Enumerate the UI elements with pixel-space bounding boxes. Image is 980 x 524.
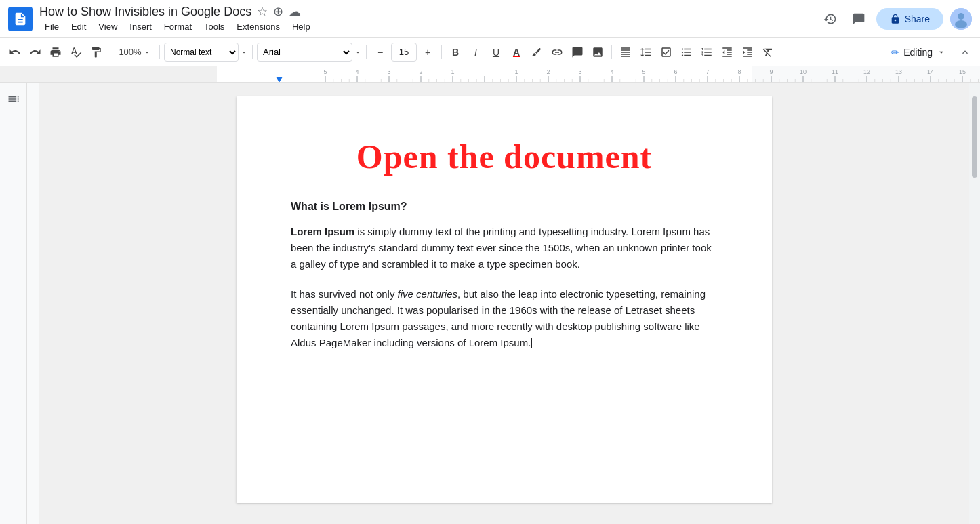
highlight-button[interactable]: [527, 42, 546, 62]
document-heading: Open the document: [291, 137, 718, 176]
history-button[interactable]: [819, 8, 841, 30]
editing-mode-button[interactable]: ✏ Editing: [883, 44, 954, 60]
svg-text:12: 12: [863, 68, 870, 75]
font-family-select[interactable]: Arial Times New Roman Georgia Verdana: [257, 43, 352, 62]
comment-button[interactable]: [568, 42, 587, 62]
paragraph-1: Lorem Ipsum is simply dummy text of the …: [291, 224, 718, 273]
app-logo: [8, 7, 33, 31]
paragraph-style-chevron: [240, 48, 248, 56]
menu-edit[interactable]: Edit: [66, 20, 91, 33]
undo-button[interactable]: [5, 42, 24, 62]
main-area: Open the document What is Lorem Ipsum? L…: [0, 83, 980, 524]
svg-text:4: 4: [355, 68, 359, 75]
svg-text:1: 1: [514, 68, 518, 75]
user-avatar[interactable]: [950, 8, 972, 30]
paint-format-button[interactable]: [87, 42, 106, 62]
document-container[interactable]: Open the document What is Lorem Ipsum? L…: [39, 83, 969, 524]
collapse-toolbar-button[interactable]: [956, 43, 975, 62]
svg-text:2: 2: [546, 68, 550, 75]
ruler-svg: 54321123456789101112131415: [0, 66, 980, 83]
svg-text:4: 4: [610, 68, 613, 75]
vertical-ruler-svg: [27, 83, 39, 524]
svg-text:14: 14: [927, 68, 934, 75]
svg-text:1: 1: [451, 68, 454, 75]
indent-increase-button[interactable]: [738, 42, 757, 62]
svg-text:15: 15: [959, 68, 966, 75]
outline-toggle[interactable]: [4, 89, 23, 108]
italic-button[interactable]: I: [466, 42, 485, 62]
print-button[interactable]: [46, 42, 65, 62]
ordered-list-button[interactable]: [697, 42, 716, 62]
document-title-area: How to Show Invisibles in Google Docs ☆ …: [39, 4, 819, 33]
document-title: How to Show Invisibles in Google Docs ☆ …: [39, 4, 819, 19]
separator: [366, 45, 367, 59]
svg-text:9: 9: [769, 68, 773, 75]
svg-text:8: 8: [737, 68, 741, 75]
svg-text:3: 3: [578, 68, 581, 75]
section-heading: What is Lorem Ipsum?: [291, 201, 718, 213]
svg-point-1: [958, 13, 964, 20]
share-button[interactable]: Share: [876, 8, 943, 30]
menu-insert[interactable]: Insert: [124, 20, 157, 33]
right-scrollbar[interactable]: [969, 83, 980, 524]
align-button[interactable]: [616, 42, 635, 62]
comments-button[interactable]: [848, 8, 870, 30]
star-icon[interactable]: ☆: [257, 4, 268, 19]
svg-rect-4: [0, 66, 217, 83]
menu-file[interactable]: File: [39, 20, 64, 33]
zoom-select[interactable]: 100%: [115, 42, 155, 62]
menu-tools[interactable]: Tools: [199, 20, 230, 33]
italic-text: five centuries: [398, 288, 457, 300]
bold-button[interactable]: B: [446, 42, 465, 62]
pencil-icon: ✏: [891, 47, 899, 58]
indent-decrease-button[interactable]: [718, 42, 737, 62]
menu-help[interactable]: Help: [287, 20, 316, 33]
scrollbar-thumb[interactable]: [972, 96, 977, 178]
menu-format[interactable]: Format: [159, 20, 197, 33]
document-title-text: Open the document: [291, 137, 718, 176]
separator: [159, 45, 160, 59]
underline-button[interactable]: U: [487, 42, 506, 62]
vertical-ruler: [27, 83, 39, 524]
cloud-icon: ☁: [289, 4, 301, 19]
svg-text:7: 7: [706, 68, 709, 75]
paragraph-2: It has survived not only five centuries,…: [291, 286, 718, 351]
share-label: Share: [905, 14, 930, 24]
clear-format-button[interactable]: [758, 42, 777, 62]
svg-text:5: 5: [323, 68, 327, 75]
editing-chevron-icon: [937, 47, 946, 57]
svg-text:11: 11: [832, 68, 838, 75]
toolbar: 100% Normal text Heading 1 Heading 2 Hea…: [0, 38, 980, 66]
svg-text:2: 2: [419, 68, 422, 75]
separator: [252, 45, 253, 59]
paragraph-style-select[interactable]: Normal text Heading 1 Heading 2 Heading …: [164, 43, 239, 62]
text-color-button[interactable]: A: [507, 42, 526, 62]
unordered-list-button[interactable]: [677, 42, 696, 62]
menu-extensions[interactable]: Extensions: [231, 20, 285, 33]
redo-button[interactable]: [26, 42, 45, 62]
increase-font-button[interactable]: +: [418, 42, 437, 62]
font-size-input[interactable]: [391, 43, 417, 62]
checklist-button[interactable]: [657, 42, 676, 62]
add-shortcut-icon[interactable]: ⊕: [273, 4, 283, 19]
separator: [110, 45, 110, 59]
menu-view[interactable]: View: [93, 20, 123, 33]
line-spacing-button[interactable]: [636, 42, 655, 62]
svg-text:3: 3: [387, 68, 390, 75]
document-page: Open the document What is Lorem Ipsum? L…: [237, 96, 772, 503]
svg-text:6: 6: [674, 68, 677, 75]
text-cursor: [531, 338, 532, 348]
document-title-text[interactable]: How to Show Invisibles in Google Docs: [39, 5, 251, 19]
editing-label: Editing: [903, 47, 933, 58]
lorem-ipsum-bold: Lorem Ipsum: [291, 226, 354, 237]
svg-point-2: [955, 20, 967, 28]
title-bar: How to Show Invisibles in Google Docs ☆ …: [0, 0, 980, 38]
image-button[interactable]: [588, 42, 607, 62]
link-button[interactable]: [548, 42, 567, 62]
separator: [611, 45, 612, 59]
decrease-font-button[interactable]: −: [371, 42, 390, 62]
left-panel: [0, 83, 27, 524]
spellcheck-button[interactable]: [66, 42, 85, 62]
titlebar-right: Share: [819, 8, 972, 30]
menu-bar: File Edit View Insert Format Tools Exten…: [39, 20, 819, 33]
